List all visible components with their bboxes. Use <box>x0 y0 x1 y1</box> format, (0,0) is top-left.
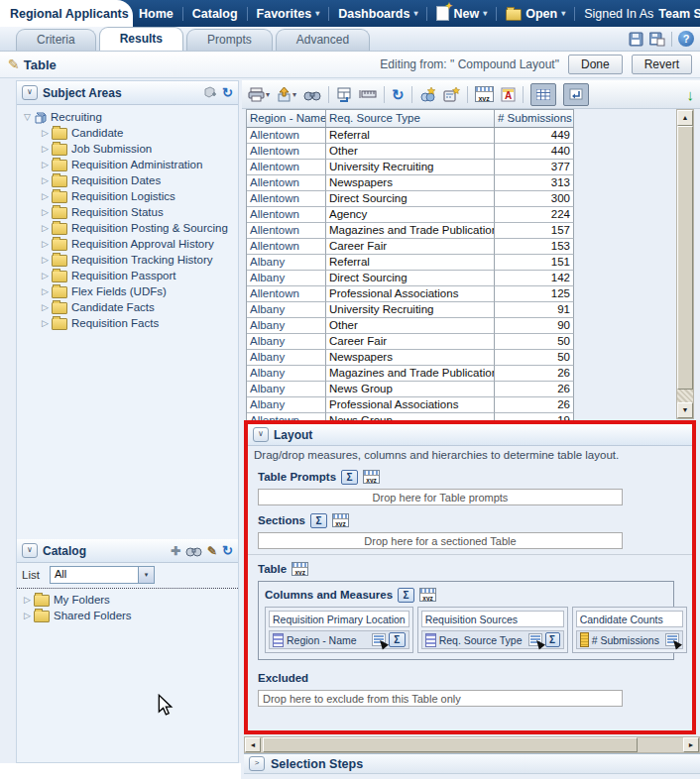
swap-layout-toggle[interactable] <box>563 83 589 106</box>
subject-area-folder[interactable]: ▷ Requisition Dates <box>21 172 236 188</box>
help-icon[interactable]: ? <box>678 31 694 47</box>
scrollbar-thumb[interactable] <box>677 126 693 390</box>
table-view-toggle[interactable] <box>530 83 556 106</box>
add-icon[interactable]: ✚ <box>171 544 180 558</box>
sigma-icon[interactable]: Σ <box>398 588 414 603</box>
done-button[interactable]: Done <box>568 55 623 74</box>
search-binoculars-icon[interactable] <box>185 545 202 557</box>
subject-area-folder[interactable]: ▷ Job Submission <box>21 141 236 157</box>
column-pill-source[interactable]: Req. Source Type Σ <box>421 630 564 649</box>
save-as-icon[interactable] <box>649 32 665 47</box>
column-header-region[interactable]: Region - Name <box>247 110 326 128</box>
nav-open[interactable]: Open ▾ <box>506 6 565 21</box>
scroll-down-button[interactable]: ▼ <box>677 402 693 418</box>
subject-area-folder[interactable]: ▷ Requisition Tracking History <box>21 252 236 268</box>
expand-triangle-icon[interactable]: ▷ <box>39 239 52 249</box>
subject-area-folder[interactable]: ▷ Requisition Posting & Sourcing <box>21 220 236 236</box>
table-prompts-dropzone[interactable]: Drop here for Table prompts <box>258 489 623 505</box>
edit-pencil-icon[interactable]: ✎ <box>207 544 217 558</box>
tab-advanced[interactable]: Advanced <box>276 29 370 51</box>
tab-criteria[interactable]: Criteria <box>16 29 96 51</box>
new-view-xyz-icon[interactable]: xyz <box>475 86 494 102</box>
search-binoculars-icon[interactable] <box>303 88 321 101</box>
tab-prompts[interactable]: Prompts <box>186 29 273 51</box>
expand-triangle-icon[interactable]: ▷ <box>39 255 52 265</box>
column-pill-submissions[interactable]: # Submissions <box>576 630 683 649</box>
expand-triangle-icon[interactable]: ▷ <box>39 271 52 280</box>
add-subject-area-icon[interactable] <box>201 86 217 100</box>
expand-triangle-icon[interactable]: ▷ <box>39 128 52 138</box>
column-header-source[interactable]: Req. Source Type <box>326 110 495 128</box>
expand-triangle-icon[interactable]: ▷ <box>39 302 52 312</box>
nav-dashboards[interactable]: Dashboards ▾ <box>338 7 417 21</box>
excluded-dropzone[interactable]: Drop here to exclude from this Table onl… <box>258 690 623 707</box>
subject-area-folder[interactable]: ▷ Requisition Logistics <box>21 188 236 204</box>
expand-triangle-icon[interactable]: ▷ <box>39 207 52 217</box>
scroll-right-button[interactable]: ► <box>683 737 699 752</box>
expand-triangle-icon[interactable]: ▷ <box>39 286 52 296</box>
sigma-icon[interactable]: Σ <box>545 632 560 647</box>
scroll-down-arrow-icon[interactable]: ↓ <box>687 86 695 103</box>
scroll-up-button[interactable]: ▲ <box>677 110 693 126</box>
expand-triangle-icon[interactable]: ▷ <box>21 611 34 620</box>
xyz-icon[interactable]: xyz <box>419 588 436 602</box>
collapse-triangle-icon[interactable]: ▽ <box>21 112 34 122</box>
subject-area-folder[interactable]: ▷ Requisition Status <box>21 204 236 220</box>
subject-area-folder[interactable]: ▷ Requisition Passport <box>21 268 236 283</box>
sigma-icon[interactable]: Σ <box>389 632 406 647</box>
expand-triangle-icon[interactable]: ▷ <box>21 595 34 605</box>
subject-area-folder[interactable]: ▷ Requisition Administration <box>21 157 236 172</box>
nav-home[interactable]: Home <box>139 7 174 21</box>
scrollbar-track[interactable] <box>677 390 693 402</box>
subject-area-folder[interactable]: ▷ Requisition Facts <box>21 315 236 331</box>
nav-new[interactable]: New ▾ <box>436 6 487 21</box>
print-icon[interactable]: ▾ <box>248 87 270 102</box>
refresh-icon[interactable]: ↻ <box>392 88 405 101</box>
subject-area-folder[interactable]: ▷ Requisition Approval History <box>21 236 236 252</box>
save-icon[interactable] <box>629 32 643 47</box>
expand-triangle-icon[interactable]: ▷ <box>39 223 52 233</box>
subject-area-folder[interactable]: ▷ Candidate Facts <box>21 299 236 315</box>
expand-triangle-icon[interactable]: ▷ <box>39 144 52 154</box>
nav-favorites[interactable]: Favorites ▾ <box>257 7 320 21</box>
collapse-chevron-icon[interactable]: ∨ <box>253 427 269 442</box>
tab-results[interactable]: Results <box>99 27 183 51</box>
collapse-chevron-icon[interactable]: ∨ <box>22 85 38 100</box>
export-icon[interactable]: ▾ <box>277 87 296 102</box>
refresh-icon[interactable]: ↻ <box>222 544 233 557</box>
show-on-dashboard-icon[interactable] <box>336 87 352 102</box>
xyz-icon[interactable]: xyz <box>292 562 308 576</box>
expand-triangle-icon[interactable]: ▷ <box>39 191 52 201</box>
signed-in-user[interactable]: Team Support <box>658 7 700 21</box>
new-calculated-item-icon[interactable] <box>443 87 460 102</box>
column-header-submissions[interactable]: # Submissions <box>495 110 574 128</box>
expand-chevron-icon[interactable]: > <box>249 756 265 771</box>
tree-root-recruiting[interactable]: ▽ Recruiting <box>21 109 236 125</box>
expand-triangle-icon[interactable]: ▷ <box>39 175 52 185</box>
expand-triangle-icon[interactable]: ▷ <box>39 160 52 169</box>
horizontal-scrollbar[interactable]: ◄ ► <box>244 736 700 753</box>
sections-dropzone[interactable]: Drop here for a sectioned Table <box>258 532 623 549</box>
column-pill-region[interactable]: Region - Name Σ <box>269 630 409 649</box>
format-icon[interactable]: A <box>501 87 516 102</box>
column-options-icon[interactable] <box>528 633 542 646</box>
refresh-icon[interactable]: ↻ <box>222 86 233 99</box>
scrollbar-track[interactable] <box>638 737 683 752</box>
scroll-left-button[interactable]: ◄ <box>245 737 261 752</box>
column-options-icon[interactable] <box>372 633 386 646</box>
sigma-icon[interactable]: Σ <box>310 513 327 528</box>
catalog-folder[interactable]: ▷ Shared Folders <box>21 608 238 623</box>
new-group-icon[interactable] <box>419 87 436 102</box>
nav-catalog[interactable]: Catalog <box>192 7 238 21</box>
properties-ruler-icon[interactable] <box>359 88 377 100</box>
sigma-icon[interactable]: Σ <box>341 470 358 485</box>
catalog-list-dropdown[interactable]: All ▾ <box>50 566 155 584</box>
collapse-chevron-icon[interactable]: ∨ <box>22 543 38 558</box>
revert-button[interactable]: Revert <box>632 55 692 74</box>
xyz-icon[interactable]: xyz <box>332 513 349 527</box>
catalog-folder[interactable]: ▷ My Folders <box>21 592 238 608</box>
subject-area-folder[interactable]: ▷ Flex Fields (UDFs) <box>21 283 236 299</box>
vertical-scrollbar[interactable]: ▲ ▼ <box>676 109 694 419</box>
xyz-icon[interactable]: xyz <box>363 470 380 484</box>
subject-area-folder[interactable]: ▷ Candidate <box>21 125 236 141</box>
